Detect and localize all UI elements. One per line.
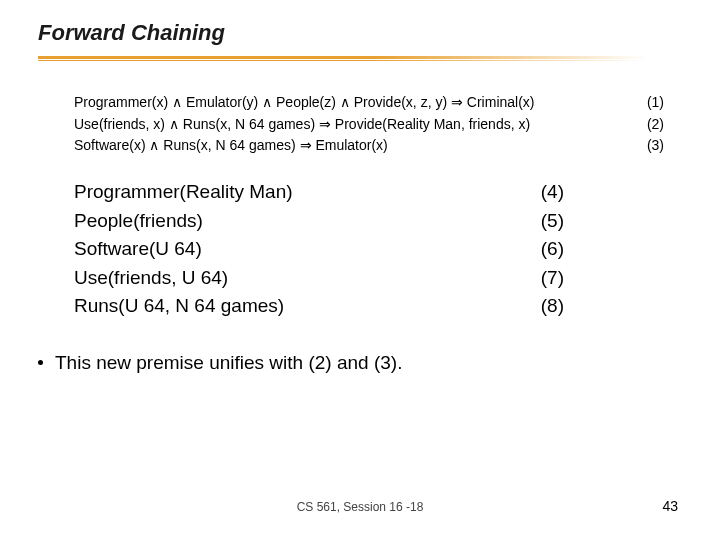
fact-number: (6) [520,235,564,264]
rule-number: (1) [624,92,664,114]
fact-row: Runs(U 64, N 64 games) (8) [74,292,564,321]
fact-number: (8) [520,292,564,321]
slide-title: Forward Chaining [38,20,225,46]
bullet-point: This new premise unifies with (2) and (3… [38,352,402,374]
bullet-text: This new premise unifies with (2) and (3… [55,352,402,373]
footer-text: CS 561, Session 16 -18 [0,500,720,514]
bullet-dot-icon [38,360,43,365]
title-underline [38,56,648,61]
fact-text: Use(friends, U 64) [74,264,520,293]
rule-row: Use(friends, x) ∧ Runs(x, N 64 games) ⇒ … [74,114,664,136]
fact-row: Software(U 64) (6) [74,235,564,264]
fact-text: Software(U 64) [74,235,520,264]
fact-row: People(friends) (5) [74,207,564,236]
rule-number: (3) [624,135,664,157]
fact-text: People(friends) [74,207,520,236]
fact-text: Runs(U 64, N 64 games) [74,292,520,321]
fact-row: Use(friends, U 64) (7) [74,264,564,293]
rule-row: Software(x) ∧ Runs(x, N 64 games) ⇒ Emul… [74,135,664,157]
fact-text: Programmer(Reality Man) [74,178,520,207]
rule-text: Software(x) ∧ Runs(x, N 64 games) ⇒ Emul… [74,135,624,157]
rule-text: Programmer(x) ∧ Emulator(y) ∧ People(z) … [74,92,624,114]
rule-row: Programmer(x) ∧ Emulator(y) ∧ People(z) … [74,92,664,114]
fact-row: Programmer(Reality Man) (4) [74,178,564,207]
rule-text: Use(friends, x) ∧ Runs(x, N 64 games) ⇒ … [74,114,624,136]
fact-number: (7) [520,264,564,293]
rules-block: Programmer(x) ∧ Emulator(y) ∧ People(z) … [74,92,664,157]
fact-number: (4) [520,178,564,207]
rule-number: (2) [624,114,664,136]
fact-number: (5) [520,207,564,236]
facts-block: Programmer(Reality Man) (4) People(frien… [74,178,564,321]
page-number: 43 [662,498,678,514]
